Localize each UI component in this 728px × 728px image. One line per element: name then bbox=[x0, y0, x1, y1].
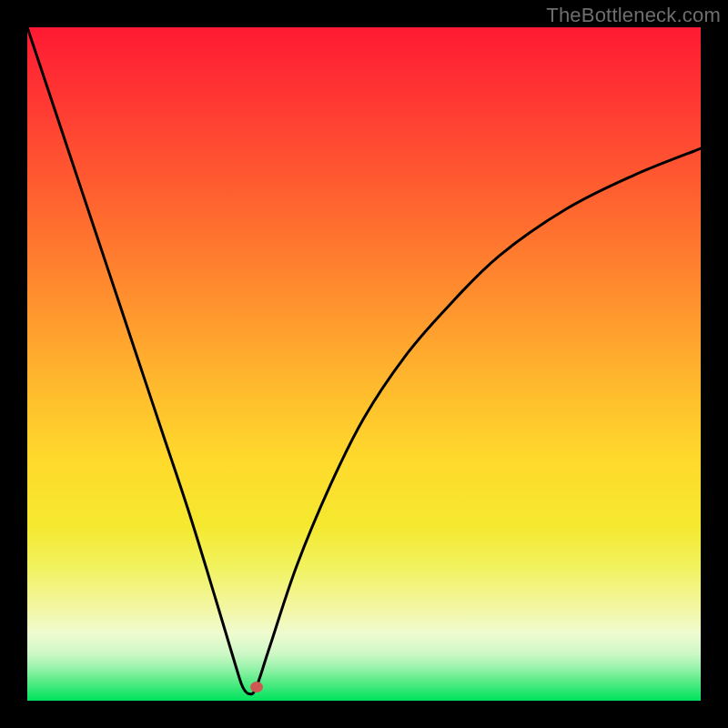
plot-area bbox=[27, 27, 701, 701]
minimum-marker bbox=[250, 682, 263, 693]
bottleneck-curve bbox=[27, 27, 701, 701]
chart-frame: TheBottleneck.com bbox=[0, 0, 728, 728]
watermark-text: TheBottleneck.com bbox=[546, 4, 721, 27]
